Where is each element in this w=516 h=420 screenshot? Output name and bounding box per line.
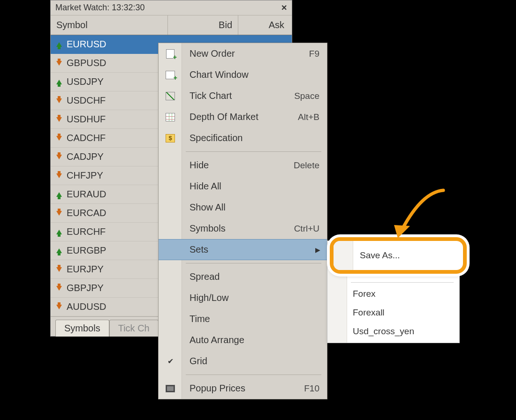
annotation-arrow-icon — [389, 188, 455, 244]
menu-separator — [186, 375, 321, 375]
callout-strip — [334, 241, 353, 270]
menu-separator — [186, 263, 321, 263]
menu-item-label: Hide All — [182, 181, 327, 192]
menu-item-hide[interactable]: HideDelete — [159, 155, 327, 176]
menu-item-label: Chart Window — [182, 69, 327, 80]
menu-item-time[interactable]: Time — [159, 308, 327, 330]
menu-item-symbols[interactable]: SymbolsCtrl+U — [159, 218, 327, 239]
menu-item-label: New Order — [182, 48, 309, 59]
price-down-icon — [56, 267, 62, 272]
menu-shortcut: Ctrl+U — [294, 224, 327, 234]
menu-item-label: Specification — [182, 133, 327, 143]
symbol-name: USDJPY — [67, 76, 104, 87]
price-down-icon — [56, 61, 62, 66]
price-down-icon — [56, 173, 62, 178]
menu-item-grid[interactable]: Grid — [159, 351, 327, 372]
price-up-icon — [56, 248, 62, 253]
menu-item-new-order[interactable]: New OrderF9 — [159, 43, 327, 64]
menu-item-spread[interactable]: Spread — [159, 266, 327, 287]
submenu-item-forex[interactable]: Forex — [327, 285, 459, 303]
check-icon — [165, 356, 176, 367]
menu-separator — [186, 151, 321, 152]
price-up-icon — [56, 192, 62, 197]
price-down-icon — [56, 211, 62, 216]
tab-symbols[interactable]: Symbols — [55, 320, 109, 337]
price-down-icon — [56, 117, 62, 122]
price-down-icon — [56, 305, 62, 309]
symbol-name: CHFJPY — [67, 170, 103, 181]
menu-item-auto-arrange[interactable]: Auto Arrange — [159, 330, 327, 351]
menu-shortcut: Delete — [294, 160, 327, 171]
symbol-name: USDHUF — [67, 114, 106, 125]
grid-icon — [166, 113, 175, 121]
menu-item-label: Grid — [182, 356, 327, 367]
price-up-icon — [56, 42, 62, 47]
column-header-ask[interactable]: Ask — [238, 15, 292, 35]
menu-item-high-low[interactable]: High/Low — [159, 287, 327, 308]
menu-item-chart-window[interactable]: Chart Window — [159, 64, 327, 85]
context-menu: New OrderF9Chart WindowTick ChartSpaceDe… — [158, 43, 327, 399]
menu-shortcut: Space — [294, 91, 327, 101]
tick-icon — [166, 92, 175, 100]
menu-item-label: Hide — [182, 160, 294, 171]
menu-shortcut: F9 — [309, 49, 327, 59]
tab-tick-ch[interactable]: Tick Ch — [109, 320, 159, 337]
submenu-separator — [351, 282, 454, 283]
popup-icon — [166, 385, 175, 392]
menu-item-label: Spread — [182, 271, 327, 282]
column-header-bid[interactable]: Bid — [168, 15, 238, 35]
close-icon[interactable]: ✕ — [279, 3, 289, 12]
menu-item-label: Show All — [182, 202, 327, 213]
price-down-icon — [56, 155, 62, 159]
menu-shortcut: Alt+B — [298, 112, 327, 122]
submenu-item-forexall[interactable]: Forexall — [327, 303, 459, 322]
menu-item-label: Sets — [182, 244, 315, 255]
callout-label: Save As... — [353, 250, 400, 261]
symbol-name: EURJPY — [67, 264, 104, 275]
table-header: Symbol Bid Ask — [51, 15, 292, 35]
menu-item-sets[interactable]: Sets▶ — [159, 239, 327, 260]
symbol-name: USDCHF — [67, 95, 106, 106]
menu-item-specification[interactable]: Specification — [159, 128, 327, 149]
price-up-icon — [56, 80, 62, 84]
menu-item-label: Time — [182, 314, 327, 324]
symbol-name: GBPJPY — [67, 283, 104, 293]
menu-item-label: Depth Of Market — [182, 112, 298, 122]
symbol-name: EURCHF — [67, 226, 106, 237]
svg-marker-0 — [394, 225, 410, 238]
menu-item-label: Symbols — [182, 223, 294, 234]
symbol-name: EURCAD — [67, 208, 106, 218]
menu-item-label: Auto Arrange — [182, 335, 327, 345]
menu-item-label: Tick Chart — [182, 90, 294, 101]
symbol-name: EURUSD — [67, 39, 106, 50]
submenu-item-usd-cross-yen[interactable]: Usd_cross_yen — [327, 322, 459, 341]
symbol-name: AUDUSD — [67, 301, 106, 312]
symbol-name: GBPUSD — [67, 58, 106, 68]
column-header-symbol[interactable]: Symbol — [51, 15, 168, 35]
menu-item-label: High/Low — [182, 292, 327, 303]
symbol-name: CADJPY — [67, 151, 104, 162]
titlebar[interactable]: Market Watch: 13:32:30 ✕ — [51, 0, 292, 15]
price-up-icon — [56, 230, 62, 234]
doc-icon — [166, 49, 175, 59]
menu-item-tick-chart[interactable]: Tick ChartSpace — [159, 85, 327, 106]
price-down-icon — [56, 136, 62, 141]
menu-item-depth-of-market[interactable]: Depth Of MarketAlt+B — [159, 106, 327, 128]
dollar-icon — [166, 134, 175, 142]
symbol-name: EURGBP — [67, 245, 106, 256]
submenu-arrow-icon: ▶ — [315, 246, 327, 254]
symbol-name: CADCHF — [67, 133, 106, 143]
price-down-icon — [56, 286, 62, 291]
menu-shortcut: F10 — [304, 383, 327, 394]
price-down-icon — [56, 98, 62, 103]
chart-icon — [166, 71, 175, 79]
menu-item-show-all[interactable]: Show All — [159, 197, 327, 218]
menu-item-hide-all[interactable]: Hide All — [159, 176, 327, 197]
window-title: Market Watch: 13:32:30 — [55, 3, 144, 13]
menu-item-label: Popup Prices — [182, 383, 304, 394]
symbol-name: EURAUD — [67, 189, 106, 200]
menu-item-popup-prices[interactable]: Popup PricesF10 — [159, 378, 327, 399]
save-as-callout[interactable]: Save As... — [330, 237, 467, 274]
